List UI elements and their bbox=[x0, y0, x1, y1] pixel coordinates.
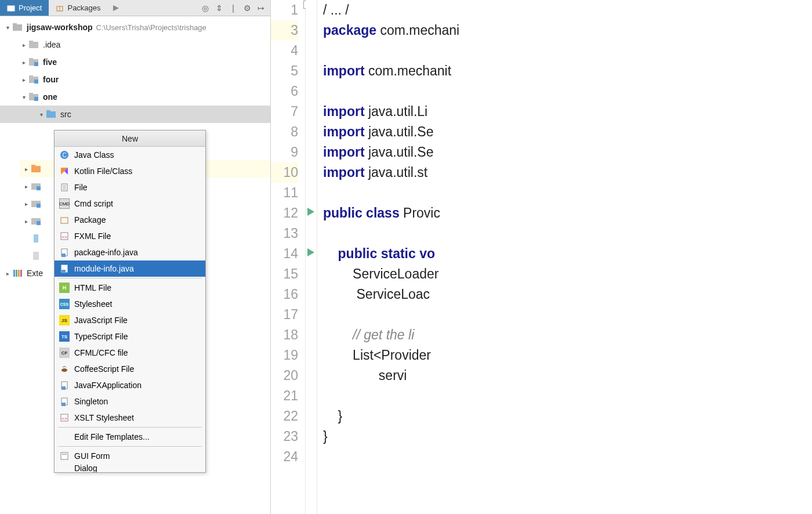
java-file-icon bbox=[59, 247, 70, 258]
five-label: five bbox=[43, 57, 57, 67]
svg-rect-11 bbox=[34, 62, 38, 66]
ctx-coffee[interactable]: CoffeeScript File bbox=[55, 361, 205, 377]
tab-project[interactable]: Project bbox=[0, 0, 49, 16]
line-number: 22 bbox=[271, 406, 298, 426]
ctx-kotlin[interactable]: Kotlin File/Class bbox=[55, 163, 205, 179]
java-file-icon bbox=[59, 380, 70, 390]
cmd-icon: CMD bbox=[59, 198, 70, 209]
chevron-down-icon[interactable]: ▾ bbox=[37, 111, 45, 118]
chevron-right-icon[interactable]: ▸ bbox=[22, 183, 30, 190]
ctx-dialog[interactable]: Dialog bbox=[55, 464, 205, 472]
ctx-cmd[interactable]: CMDCmd script bbox=[55, 196, 205, 212]
run-triangle-icon[interactable] bbox=[111, 3, 121, 13]
chevron-right-icon[interactable]: ▸ bbox=[22, 201, 30, 207]
folder-icon bbox=[13, 22, 23, 32]
svg-rect-13 bbox=[29, 75, 33, 78]
svg-rect-33 bbox=[20, 270, 22, 277]
ctx-package[interactable]: Package bbox=[55, 212, 205, 228]
tree-five[interactable]: ▸ five bbox=[0, 53, 270, 71]
cfml-icon: CF bbox=[59, 348, 70, 358]
tab-toolbar: ◎ ⇕ | ⚙ ↦ bbox=[201, 3, 270, 13]
chevron-right-icon[interactable]: ▸ bbox=[20, 42, 28, 48]
svg-rect-25 bbox=[37, 204, 41, 208]
line-number: 7 bbox=[271, 102, 298, 122]
line-number: 21 bbox=[271, 386, 298, 406]
svg-rect-1 bbox=[8, 6, 10, 8]
folded-region[interactable]: / ... / bbox=[323, 2, 349, 17]
svg-rect-8 bbox=[29, 41, 33, 43]
project-icon bbox=[7, 4, 15, 12]
hide-icon[interactable]: ↦ bbox=[256, 3, 266, 13]
folder-orange-icon bbox=[31, 164, 42, 174]
tree-root[interactable]: ▾ jigsaw-workshop C:\Users\Trisha\Projec… bbox=[0, 19, 270, 36]
tree-src[interactable]: ▾ src bbox=[0, 106, 270, 123]
chevron-down-icon[interactable]: ▾ bbox=[20, 94, 28, 100]
editor[interactable]: + 1 3 4 5 6 7 8 9 10 11 12 13 14 15 16 1… bbox=[271, 0, 812, 514]
svg-rect-21 bbox=[31, 165, 35, 167]
css-icon: CSS bbox=[59, 299, 70, 309]
svg-marker-59 bbox=[307, 248, 314, 256]
code-area[interactable]: / ... / package com.mechani import com.m… bbox=[317, 0, 812, 514]
chevron-right-icon[interactable]: ▸ bbox=[22, 166, 30, 172]
chevron-right-icon[interactable]: ▸ bbox=[20, 59, 28, 66]
gear-icon[interactable]: ⚙ bbox=[242, 3, 252, 13]
tree-one[interactable]: ▾ one bbox=[0, 88, 270, 106]
line-number: 10 bbox=[271, 162, 298, 183]
svg-rect-27 bbox=[37, 221, 41, 225]
target-icon[interactable]: ◎ bbox=[201, 3, 210, 13]
package-icon bbox=[59, 215, 70, 225]
blank-icon bbox=[59, 432, 70, 442]
js-icon: JS bbox=[59, 315, 70, 325]
ctx-xslt[interactable]: <>XSLT Stylesheet bbox=[55, 410, 205, 426]
ctx-java-class[interactable]: CJava Class bbox=[55, 147, 205, 163]
fold-strip bbox=[306, 0, 317, 514]
ctx-gui-form[interactable]: GUI Form bbox=[55, 448, 205, 464]
line-number: 4 bbox=[271, 41, 298, 61]
tab-packages[interactable]: Packages bbox=[49, 0, 107, 16]
ctx-pkginfo[interactable]: package-info.java bbox=[55, 244, 205, 260]
svg-rect-29 bbox=[33, 252, 39, 260]
run-gutter-icon[interactable] bbox=[307, 208, 316, 216]
svg-rect-10 bbox=[29, 58, 33, 60]
line-number: 17 bbox=[271, 305, 298, 325]
file-icon bbox=[31, 251, 42, 261]
root-path: C:\Users\Trisha\Projects\trishage bbox=[96, 23, 206, 32]
ctx-file[interactable]: File bbox=[55, 179, 205, 196]
chevron-down-icon[interactable]: ▾ bbox=[3, 24, 12, 31]
ctx-jfx[interactable]: JavaFXApplication bbox=[55, 377, 205, 393]
tabbar: Project Packages ◎ ⇕ | ⚙ ↦ bbox=[0, 0, 270, 16]
ctx-singleton[interactable]: Singleton bbox=[55, 393, 205, 410]
run-gutter-icon[interactable] bbox=[307, 248, 316, 256]
chevron-right-icon[interactable]: ▸ bbox=[3, 270, 12, 277]
java-file-icon bbox=[59, 396, 70, 407]
line-number: 8 bbox=[271, 122, 298, 142]
line-number: 11 bbox=[271, 183, 298, 203]
ctx-cfml[interactable]: CFCFML/CFC file bbox=[55, 345, 205, 361]
external-label: Exte bbox=[27, 269, 43, 278]
line-number: 18 bbox=[271, 325, 298, 345]
line-number: 6 bbox=[271, 81, 298, 102]
ctx-ts[interactable]: TSTypeScript File bbox=[55, 328, 205, 345]
module-folder-icon bbox=[29, 57, 39, 67]
chevron-right-icon[interactable]: ▸ bbox=[22, 218, 30, 225]
collapse-icon[interactable]: ⇕ bbox=[215, 3, 224, 13]
chevron-right-icon[interactable]: ▸ bbox=[20, 77, 28, 83]
idea-label: .idea bbox=[43, 40, 60, 49]
ctx-js[interactable]: JSJavaScript File bbox=[55, 312, 205, 328]
src-folder-icon bbox=[46, 109, 57, 120]
ctx-css[interactable]: CSSStylesheet bbox=[55, 296, 205, 312]
module-folder-icon bbox=[31, 198, 42, 209]
ctx-fxml[interactable]: <>FXML File bbox=[55, 228, 205, 244]
ctx-modinfo[interactable]: module-info.java bbox=[55, 260, 205, 277]
module-folder-icon bbox=[31, 216, 42, 226]
line-number: 23 bbox=[271, 426, 298, 447]
ctx-separator bbox=[58, 446, 202, 447]
ctx-separator bbox=[58, 278, 202, 278]
svg-marker-58 bbox=[307, 208, 314, 216]
svg-rect-46 bbox=[61, 254, 66, 257]
ctx-html[interactable]: HHTML File bbox=[55, 280, 205, 296]
svg-rect-30 bbox=[13, 270, 15, 277]
tree-idea[interactable]: ▸ .idea bbox=[0, 36, 270, 53]
ctx-edit-templates[interactable]: Edit File Templates... bbox=[55, 429, 205, 445]
tree-four[interactable]: ▸ four bbox=[0, 71, 270, 88]
